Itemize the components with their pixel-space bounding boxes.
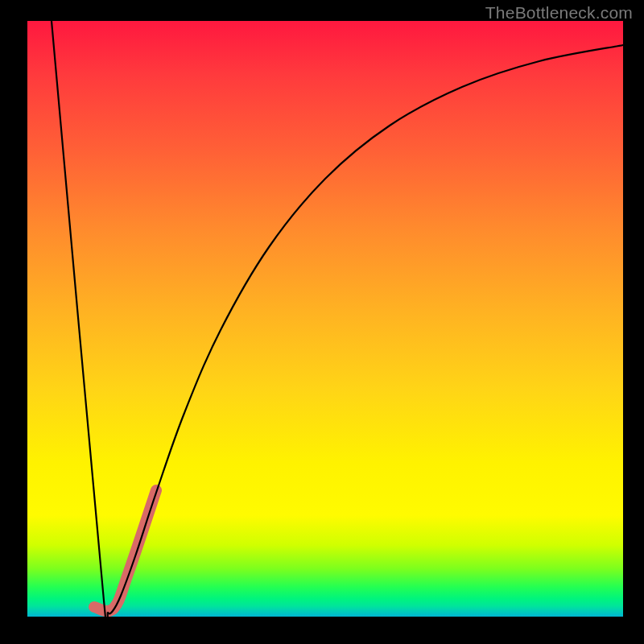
watermark-text: TheBottleneck.com [485, 3, 633, 23]
chart-frame: TheBottleneck.com [0, 0, 644, 644]
chart-svg [27, 21, 623, 617]
bottleneck-curve [52, 21, 623, 644]
plot-area [27, 21, 623, 617]
